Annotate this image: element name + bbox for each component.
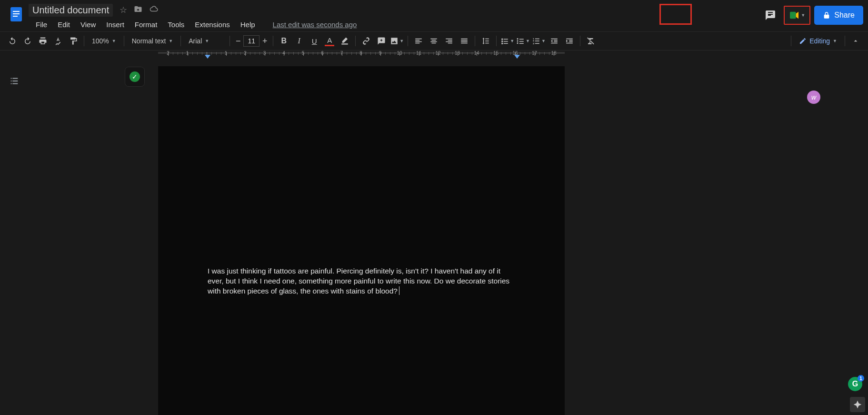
- check-icon: ✓: [130, 71, 140, 82]
- menu-format[interactable]: Format: [130, 19, 163, 30]
- menu-tools[interactable]: Tools: [162, 19, 190, 30]
- paint-format-button[interactable]: [67, 34, 80, 48]
- menu-insert[interactable]: Insert: [101, 19, 130, 30]
- add-comment-button[interactable]: [375, 34, 388, 48]
- svg-rect-4: [790, 12, 796, 19]
- align-justify-button[interactable]: [458, 34, 471, 48]
- clear-formatting-button[interactable]: [584, 34, 598, 48]
- grammarly-extension-icon[interactable]: G 1: [848, 377, 862, 391]
- bold-button[interactable]: B: [277, 34, 290, 48]
- align-center-button[interactable]: [427, 34, 440, 48]
- svg-marker-5: [796, 12, 798, 19]
- print-button[interactable]: [36, 34, 50, 48]
- explore-button[interactable]: [850, 397, 865, 412]
- menu-view[interactable]: View: [75, 19, 101, 30]
- numbered-list-button[interactable]: ▼: [532, 34, 546, 48]
- spellcheck-button[interactable]: [51, 34, 65, 48]
- svg-point-8: [517, 42, 519, 44]
- editing-mode-label: Editing: [809, 37, 830, 45]
- cloud-status-icon[interactable]: [149, 5, 159, 15]
- font-value: Arial: [189, 37, 202, 45]
- svg-marker-9: [205, 55, 210, 59]
- document-body[interactable]: I was just thinking if tattoos are painf…: [208, 266, 516, 296]
- menu-help[interactable]: Help: [235, 19, 260, 30]
- align-left-button[interactable]: [412, 34, 425, 48]
- text-cursor: [399, 286, 399, 295]
- menu-bar: File Edit View Insert Format Tools Exten…: [29, 17, 357, 31]
- font-size-control: − +: [233, 35, 270, 47]
- toolbar: 100%▼ Normal text▼ Arial▼ − + B I U A ▼ …: [0, 31, 868, 51]
- svg-rect-3: [13, 16, 18, 17]
- svg-rect-1: [13, 11, 20, 12]
- insert-image-button[interactable]: ▼: [390, 34, 404, 48]
- underline-button[interactable]: U: [308, 34, 321, 48]
- font-size-decrease[interactable]: −: [233, 36, 243, 46]
- style-value: Normal text: [132, 37, 166, 45]
- document-title[interactable]: Untitled document: [29, 4, 113, 17]
- svg-rect-2: [13, 13, 20, 14]
- svg-point-6: [517, 38, 519, 40]
- bulleted-list-button[interactable]: ▼: [516, 34, 530, 48]
- menu-file[interactable]: File: [30, 19, 52, 30]
- menu-extensions[interactable]: Extensions: [190, 19, 235, 30]
- comments-history-icon[interactable]: [761, 6, 780, 25]
- share-label: Share: [834, 11, 855, 20]
- italic-button[interactable]: I: [292, 34, 306, 48]
- docs-app-icon[interactable]: [7, 5, 26, 24]
- font-family-select[interactable]: Arial▼: [184, 37, 227, 45]
- meet-button[interactable]: ▼: [784, 6, 810, 25]
- horizontal-ruler[interactable]: 21123456789101112131415161718: [0, 51, 868, 60]
- svg-marker-10: [514, 55, 520, 59]
- text-color-button[interactable]: A: [323, 34, 336, 48]
- paragraph-style-select[interactable]: Normal text▼: [127, 37, 178, 45]
- decrease-indent-button[interactable]: [548, 34, 561, 48]
- zoom-value: 100%: [92, 37, 109, 45]
- document-workspace: I was just thinking if tattoos are painf…: [0, 60, 868, 415]
- editing-mode-button[interactable]: Editing ▼: [794, 37, 842, 45]
- svg-point-7: [517, 40, 519, 42]
- body-text: I was just thinking if tattoos are painf…: [208, 267, 509, 295]
- menu-edit[interactable]: Edit: [52, 19, 75, 30]
- move-icon[interactable]: [134, 5, 142, 15]
- align-right-button[interactable]: [442, 34, 456, 48]
- zoom-select[interactable]: 100%▼: [87, 37, 121, 45]
- collapse-toolbar-button[interactable]: [849, 34, 862, 48]
- right-indent-marker[interactable]: [514, 55, 520, 59]
- font-size-increase[interactable]: +: [259, 36, 270, 46]
- spelling-status-badge[interactable]: ✓: [125, 67, 145, 87]
- line-spacing-button[interactable]: [479, 34, 492, 48]
- highlight-color-button[interactable]: [338, 34, 351, 48]
- last-edit-link[interactable]: Last edit was seconds ago: [273, 20, 357, 29]
- title-block: Untitled document ☆ File Edit View Inser…: [29, 0, 357, 31]
- increase-indent-button[interactable]: [563, 34, 576, 48]
- checklist-button[interactable]: ▼: [500, 34, 514, 48]
- first-line-indent-marker[interactable]: [205, 55, 210, 59]
- font-size-input[interactable]: [243, 35, 259, 47]
- document-outline-button[interactable]: [8, 71, 21, 91]
- grammarly-count-badge: 1: [858, 375, 864, 382]
- share-button[interactable]: Share: [814, 6, 863, 25]
- header-right: ▼ Share: [761, 0, 863, 25]
- header-bar: Untitled document ☆ File Edit View Inser…: [0, 0, 868, 31]
- undo-button[interactable]: [6, 34, 19, 48]
- redo-button[interactable]: [21, 34, 34, 48]
- star-icon[interactable]: ☆: [120, 5, 127, 15]
- document-page[interactable]: I was just thinking if tattoos are painf…: [158, 66, 565, 415]
- wordtune-letter: w: [811, 93, 816, 101]
- wordtune-extension-icon[interactable]: w: [807, 91, 820, 104]
- insert-link-button[interactable]: [359, 34, 373, 48]
